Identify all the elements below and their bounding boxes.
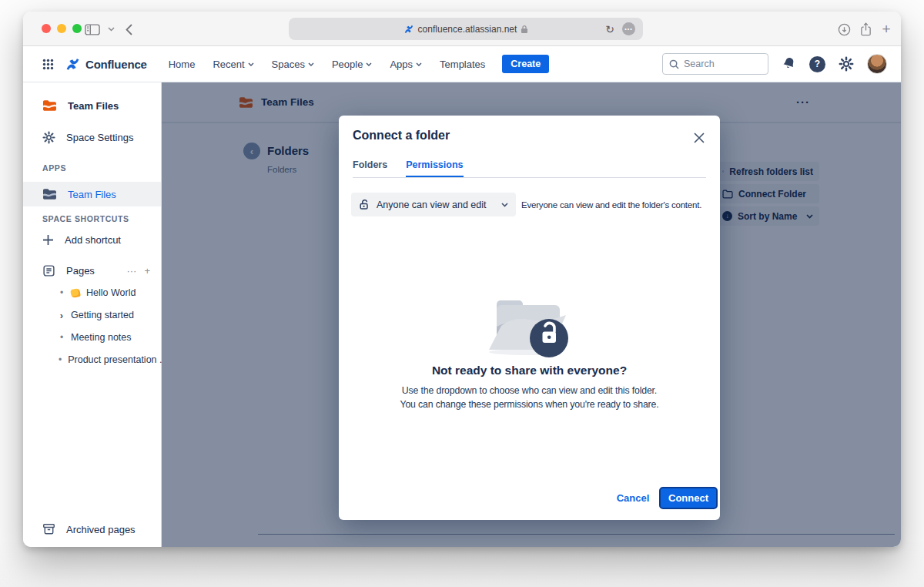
close-window-button[interactable] bbox=[42, 24, 51, 33]
nav-item-people[interactable]: People bbox=[332, 59, 372, 70]
sidebar-section-apps: APPS bbox=[42, 163, 66, 173]
gear-icon bbox=[42, 131, 55, 144]
dropdown-value: Anyone can view and edit bbox=[377, 200, 486, 210]
zoom-window-button[interactable] bbox=[72, 24, 82, 33]
dialog-tabs: Folders Permissions bbox=[353, 159, 464, 177]
chevron-down-icon bbox=[248, 62, 254, 66]
confluence-logo[interactable]: Confluence bbox=[65, 56, 147, 72]
confluence-wordmark: Confluence bbox=[85, 58, 147, 71]
plus-icon bbox=[42, 234, 54, 246]
connect-folder-dialog: Connect a folder Folders Permissions Any… bbox=[339, 116, 720, 520]
browser-chrome: confluence.atlassian.net ↻ ••• bbox=[23, 12, 901, 46]
sidebar-section-shortcuts: SPACE SHORTCUTS bbox=[42, 214, 129, 223]
tab-permissions[interactable]: Permissions bbox=[406, 159, 463, 177]
reload-icon[interactable]: ↻ bbox=[605, 23, 614, 35]
folder-illustration bbox=[475, 291, 583, 368]
tab-folders[interactable]: Folders bbox=[353, 159, 387, 177]
create-button[interactable]: Create bbox=[502, 55, 549, 73]
settings-gear-icon[interactable] bbox=[839, 56, 854, 72]
share-icon[interactable] bbox=[857, 22, 874, 37]
nav-item-spaces[interactable]: Spaces bbox=[272, 59, 314, 70]
chevron-down-icon bbox=[501, 203, 508, 207]
empty-state-line1: Use the dropdown to choose who can view … bbox=[339, 385, 720, 396]
cancel-button[interactable]: Cancel bbox=[613, 487, 653, 509]
dialog-title: Connect a folder bbox=[353, 129, 450, 143]
help-icon[interactable]: ? bbox=[809, 56, 825, 72]
confluence-navbar: Confluence Home Recent Spaces People App… bbox=[23, 46, 901, 82]
empty-state-line2: You can change these permissions when yo… bbox=[339, 399, 720, 410]
confluence-favicon bbox=[403, 24, 414, 35]
page-item-getting-started[interactable]: › Getting started bbox=[23, 304, 161, 326]
nav-item-home[interactable]: Home bbox=[169, 59, 196, 70]
page-item-meeting-notes[interactable]: • Meeting notes bbox=[23, 327, 161, 348]
permissions-dropdown[interactable]: Anyone can view and edit bbox=[351, 193, 516, 216]
nav-right-cluster: ? bbox=[662, 53, 887, 75]
new-tab-icon[interactable]: + bbox=[878, 22, 895, 37]
wave-emoji-icon bbox=[70, 287, 81, 297]
space-folder-icon bbox=[42, 99, 57, 112]
search-box[interactable] bbox=[662, 53, 768, 75]
nav-item-templates[interactable]: Templates bbox=[440, 59, 485, 70]
connect-button[interactable]: Connect bbox=[659, 487, 718, 509]
app-switcher-icon[interactable] bbox=[42, 59, 54, 70]
close-icon[interactable] bbox=[688, 126, 711, 149]
ssl-lock-icon bbox=[521, 25, 528, 34]
sidebar-item-archived-pages[interactable]: Archived pages bbox=[23, 518, 161, 541]
space-sidebar: Team Files Space Settings APPS Team File… bbox=[23, 82, 162, 547]
sidebar-space-header[interactable]: Team Files bbox=[23, 94, 161, 117]
sidebar-item-pages[interactable]: Pages ··· + bbox=[23, 259, 161, 282]
pages-add-icon[interactable]: + bbox=[144, 265, 150, 277]
user-avatar[interactable] bbox=[867, 54, 887, 74]
team-files-folder-icon bbox=[42, 188, 57, 200]
minimize-window-button[interactable] bbox=[57, 24, 66, 33]
chevron-down-icon bbox=[308, 62, 314, 66]
nav-item-recent[interactable]: Recent bbox=[213, 59, 253, 70]
pages-icon bbox=[42, 264, 55, 277]
archive-icon bbox=[42, 523, 55, 535]
chevron-down-icon bbox=[366, 62, 372, 66]
browser-sidebar-toggle-icon[interactable] bbox=[84, 22, 101, 37]
sidebar-item-add-shortcut[interactable]: Add shortcut bbox=[23, 228, 161, 251]
pages-more-icon[interactable]: ··· bbox=[126, 265, 136, 277]
notifications-bell-icon[interactable] bbox=[780, 55, 798, 73]
desktop-background: confluence.atlassian.net ↻ ••• bbox=[0, 0, 924, 587]
bullet-icon: • bbox=[59, 287, 65, 298]
browser-extension-icon[interactable]: ••• bbox=[622, 22, 635, 35]
confluence-logo-icon bbox=[65, 56, 81, 72]
page-item-hello-world[interactable]: • Hello World bbox=[23, 282, 161, 304]
expand-chevron-icon[interactable]: › bbox=[59, 310, 65, 321]
nav-item-apps[interactable]: Apps bbox=[390, 59, 422, 70]
sidebar-item-team-files[interactable]: Team Files bbox=[23, 182, 161, 206]
unlock-icon bbox=[359, 199, 370, 210]
downloads-icon[interactable] bbox=[835, 22, 852, 37]
url-text: confluence.atlassian.net bbox=[418, 24, 517, 35]
empty-state-heading: Not ready to share with everyone? bbox=[339, 364, 720, 377]
search-input[interactable] bbox=[684, 59, 753, 69]
bullet-icon: • bbox=[59, 332, 65, 343]
sidebar-item-space-settings[interactable]: Space Settings bbox=[23, 126, 161, 149]
dropdown-caption: Everyone can view and edit the folder's … bbox=[521, 193, 701, 216]
tabs-divider bbox=[353, 177, 706, 178]
address-bar[interactable]: confluence.atlassian.net ↻ ••• bbox=[289, 18, 643, 40]
search-icon bbox=[669, 59, 679, 69]
chevron-down-icon bbox=[416, 62, 422, 66]
page-item-product-presentation[interactable]: • Product presentation ... bbox=[23, 349, 161, 371]
nav-menu: Home Recent Spaces People Apps Templates bbox=[169, 59, 486, 70]
browser-back-icon[interactable] bbox=[120, 22, 137, 37]
bullet-icon: • bbox=[59, 354, 62, 365]
browser-window: confluence.atlassian.net ↻ ••• bbox=[23, 12, 901, 547]
chevron-down-icon[interactable] bbox=[102, 22, 119, 37]
